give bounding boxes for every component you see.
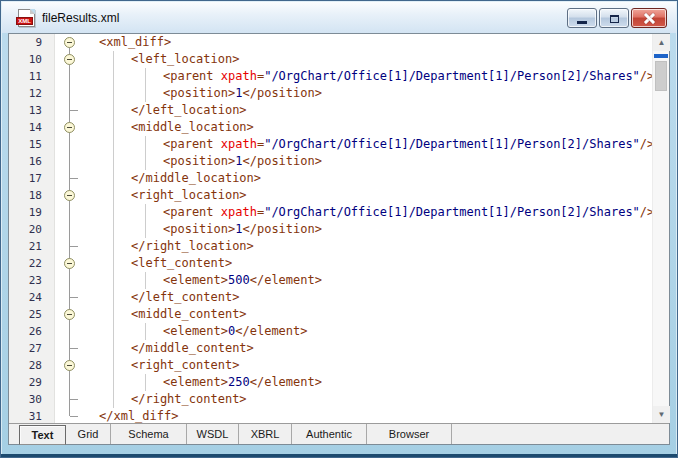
tab-wsdl[interactable]: WSDL <box>187 424 239 444</box>
code-text[interactable]: </xml_diff> <box>83 408 652 423</box>
fold-toggle-icon[interactable] <box>64 37 75 48</box>
code-text[interactable]: <element>500</element> <box>83 272 652 289</box>
tab-text[interactable]: Text <box>19 425 66 445</box>
minimize-button[interactable] <box>567 8 597 28</box>
tab-authentic[interactable]: Authentic <box>292 424 367 444</box>
code-text[interactable]: <middle_location> <box>83 119 652 136</box>
code-line[interactable]: 29<element>250</element> <box>9 374 652 391</box>
code-text[interactable]: <position>1</position> <box>83 85 652 102</box>
tab-grid[interactable]: Grid <box>66 424 111 444</box>
code-text[interactable]: </left_location> <box>83 102 652 119</box>
line-number: 11 <box>9 68 55 85</box>
code-text[interactable]: <parent xpath="/OrgChart/Office[1]/Depar… <box>83 68 652 85</box>
syntax-tag: </right_content> <box>131 392 247 406</box>
code-line[interactable]: 25<middle_content> <box>9 306 652 323</box>
code-text[interactable]: </middle_content> <box>83 340 652 357</box>
vertical-scrollbar[interactable]: ▲ ▼ <box>652 34 669 423</box>
syntax-attr: xpath <box>221 205 257 219</box>
indent-guide <box>145 272 146 289</box>
code-line[interactable]: 27</middle_content> <box>9 340 652 357</box>
code-text[interactable]: <element>0</element> <box>83 323 652 340</box>
tab-browser[interactable]: Browser <box>367 424 452 444</box>
restore-button[interactable] <box>599 8 629 28</box>
code-line[interactable]: 24</left_content> <box>9 289 652 306</box>
code-text[interactable]: <parent xpath="/OrgChart/Office[1]/Depar… <box>83 136 652 153</box>
tab-schema[interactable]: Schema <box>111 424 187 444</box>
fold-toggle-icon[interactable] <box>64 190 75 201</box>
syntax-tag: </position> <box>242 222 321 236</box>
line-number: 10 <box>9 51 55 68</box>
code-text[interactable]: <right_content> <box>83 357 652 374</box>
indent-guide <box>145 204 146 238</box>
text-view-editor[interactable]: 9<xml_diff>10<left_location>11<parent xp… <box>9 34 652 423</box>
code-text[interactable]: </right_content> <box>83 391 652 408</box>
code-line[interactable]: 20<position>1</position> <box>9 221 652 238</box>
syntax-tag: <parent <box>163 205 221 219</box>
fold-toggle-icon[interactable] <box>64 54 75 65</box>
code-text[interactable]: </right_location> <box>83 238 652 255</box>
code-line[interactable]: 22<left_content> <box>9 255 652 272</box>
code-line[interactable]: 30</right_content> <box>9 391 652 408</box>
fold-toggle-icon[interactable] <box>64 122 75 133</box>
syntax-tag: <xml_diff> <box>99 35 171 49</box>
code-text[interactable]: </left_content> <box>83 289 652 306</box>
code-line[interactable]: 12<position>1</position> <box>9 85 652 102</box>
code-text[interactable]: </middle_location> <box>83 170 652 187</box>
scroll-up-button[interactable]: ▲ <box>653 34 670 51</box>
line-number: 16 <box>9 153 55 170</box>
code-line[interactable]: 15<parent xpath="/OrgChart/Office[1]/Dep… <box>9 136 652 153</box>
scrollbar-thumb[interactable] <box>655 61 667 91</box>
line-number: 9 <box>9 34 55 51</box>
code-line[interactable]: 23<element>500</element> <box>9 272 652 289</box>
line-number: 15 <box>9 136 55 153</box>
code-line[interactable]: 26<element>0</element> <box>9 323 652 340</box>
tab-xbrl[interactable]: XBRL <box>239 424 292 444</box>
code-line[interactable]: 14<middle_location> <box>9 119 652 136</box>
code-line[interactable]: 28<right_content> <box>9 357 652 374</box>
code-line[interactable]: 17</middle_location> <box>9 170 652 187</box>
code-text[interactable]: <element>250</element> <box>83 374 652 391</box>
syntax-tag: <right_location> <box>131 188 247 202</box>
code-text[interactable]: <left_location> <box>83 51 652 68</box>
code-line[interactable]: 13</left_location> <box>9 102 652 119</box>
code-text[interactable]: <xml_diff> <box>83 34 652 51</box>
scroll-position-marker <box>654 54 668 58</box>
syntax-val: 250 <box>228 375 250 389</box>
fold-toggle-icon[interactable] <box>64 309 75 320</box>
syntax-tag: <left_location> <box>131 52 239 66</box>
title-bar[interactable]: XML fileResults.xml <box>2 2 676 33</box>
code-text[interactable]: <right_location> <box>83 187 652 204</box>
line-number: 27 <box>9 340 55 357</box>
code-line[interactable]: 21</right_location> <box>9 238 652 255</box>
syntax-tag: <position> <box>163 222 235 236</box>
code-text[interactable]: <middle_content> <box>83 306 652 323</box>
fold-toggle-icon[interactable] <box>64 258 75 269</box>
code-line[interactable]: 31</xml_diff> <box>9 408 652 423</box>
syntax-val: "/OrgChart/Office[1]/Department[1]/Perso… <box>264 69 640 83</box>
line-number: 31 <box>9 408 55 423</box>
syntax-tag: </right_location> <box>131 239 254 253</box>
syntax-tag: <middle_location> <box>131 120 254 134</box>
line-number: 18 <box>9 187 55 204</box>
line-number: 30 <box>9 391 55 408</box>
line-number: 13 <box>9 102 55 119</box>
syntax-attr: xpath <box>221 137 257 151</box>
code-text[interactable]: <parent xpath="/OrgChart/Office[1]/Depar… <box>83 204 652 221</box>
syntax-tag: <middle_content> <box>131 307 247 321</box>
fold-toggle-icon[interactable] <box>64 360 75 371</box>
syntax-tag: </element> <box>235 324 307 338</box>
code-line[interactable]: 9<xml_diff> <box>9 34 652 51</box>
code-line[interactable]: 16<position>1</position> <box>9 153 652 170</box>
syntax-tag: <position> <box>163 154 235 168</box>
code-line[interactable]: 10<left_location> <box>9 51 652 68</box>
code-text[interactable]: <position>1</position> <box>83 221 652 238</box>
syntax-tag: </left_location> <box>131 103 247 117</box>
close-button[interactable] <box>631 8 667 28</box>
code-line[interactable]: 19<parent xpath="/OrgChart/Office[1]/Dep… <box>9 204 652 221</box>
code-text[interactable]: <position>1</position> <box>83 153 652 170</box>
code-line[interactable]: 18<right_location> <box>9 187 652 204</box>
syntax-tag: <position> <box>163 86 235 100</box>
code-line[interactable]: 11<parent xpath="/OrgChart/Office[1]/Dep… <box>9 68 652 85</box>
code-text[interactable]: <left_content> <box>83 255 652 272</box>
scroll-down-button[interactable]: ▼ <box>653 406 670 423</box>
